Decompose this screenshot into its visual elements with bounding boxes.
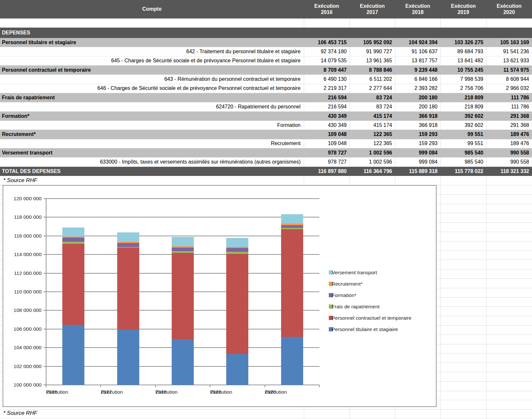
row-value-category[interactable]: 291 368 [486, 112, 532, 121]
row-value-category[interactable]: 105 952 092 [350, 38, 395, 47]
row-value-category[interactable]: 189 476 [486, 130, 532, 139]
row-label-detail[interactable]: Recrutement [0, 139, 304, 148]
column-header-2020[interactable]: Exécution2020 [486, 0, 532, 18]
row-label-detail[interactable]: 642 - Traitement du personnel titulaire … [0, 47, 304, 56]
row-value-category[interactable]: 216 594 [304, 93, 350, 102]
row-value-blank[interactable] [395, 18, 440, 28]
row-value-detail[interactable]: 200 180 [395, 102, 440, 111]
row-value-section[interactable] [350, 28, 395, 38]
row-value-detail[interactable]: 13 641 482 [440, 56, 486, 66]
row-label-category[interactable]: Versement transport [0, 148, 304, 157]
row-label-detail[interactable]: 643 - Rémunération du personnel contract… [0, 75, 304, 84]
row-value-detail[interactable]: 91 541 236 [486, 47, 532, 56]
row-value-category[interactable]: 99 551 [440, 130, 486, 139]
row-value-detail[interactable]: 1 002 596 [350, 157, 395, 166]
row-value-category[interactable]: 103 326 275 [440, 38, 486, 47]
row-value-detail[interactable]: 99 551 [440, 139, 486, 148]
row-value-total[interactable]: 116 364 796 [350, 167, 395, 176]
row-value-detail[interactable]: 291 368 [486, 121, 532, 130]
row-value-detail[interactable]: 8 608 944 [486, 75, 532, 84]
row-value-blank[interactable] [486, 18, 532, 28]
row-value-detail[interactable]: 91 990 727 [350, 47, 395, 56]
row-value-category[interactable]: 105 163 169 [486, 38, 532, 47]
row-value-blank[interactable] [350, 18, 395, 28]
row-value-category[interactable]: 366 918 [395, 112, 440, 121]
row-value-detail[interactable]: 89 684 793 [440, 47, 486, 56]
row-value-detail[interactable]: 999 084 [395, 157, 440, 166]
row-value-category[interactable]: 11 574 975 [486, 66, 532, 75]
column-header-2019[interactable]: Exécution2019 [440, 0, 486, 18]
row-label-category[interactable]: Formation* [0, 112, 304, 121]
row-value-detail[interactable]: 13 817 757 [395, 56, 440, 66]
row-value-detail[interactable]: 6 846 166 [395, 75, 440, 84]
column-header-2016[interactable]: Exécution2016 [304, 0, 350, 18]
row-value-total[interactable]: 116 897 880 [304, 167, 350, 176]
row-value-detail[interactable]: 111 786 [486, 102, 532, 111]
row-value-category[interactable]: 8 788 846 [350, 66, 395, 75]
row-value-detail[interactable]: 2 393 282 [395, 84, 440, 93]
row-value-category[interactable]: 978 727 [304, 148, 350, 157]
row-value-blank[interactable] [440, 18, 486, 28]
row-label-category[interactable]: Frais de rapatriement [0, 93, 304, 102]
row-value-category[interactable]: 83 724 [350, 93, 395, 102]
row-value-detail[interactable]: 109 048 [304, 139, 350, 148]
row-label-total[interactable]: TOTAL DES DEPENSES [0, 167, 304, 176]
row-value-category[interactable]: 111 786 [486, 93, 532, 102]
row-value-category[interactable]: 159 293 [395, 130, 440, 139]
row-value-detail[interactable]: 392 602 [440, 121, 486, 130]
row-value-section[interactable] [440, 28, 486, 38]
row-value-detail[interactable]: 978 727 [304, 157, 350, 166]
row-label-category[interactable]: Personnel titulaire et stagiaire [0, 38, 304, 47]
row-label-detail[interactable]: Formation [0, 121, 304, 130]
row-value-category[interactable]: 990 558 [486, 148, 532, 157]
row-value-detail[interactable]: 83 724 [350, 102, 395, 111]
row-value-detail[interactable]: 2 756 706 [440, 84, 486, 93]
row-value-category[interactable]: 200 180 [395, 93, 440, 102]
row-value-detail[interactable]: 2 966 032 [486, 84, 532, 93]
row-value-category[interactable]: 999 084 [395, 148, 440, 157]
row-value-category[interactable]: 1 002 596 [350, 148, 395, 157]
row-value-detail[interactable]: 990 558 [486, 157, 532, 166]
row-value-category[interactable]: 415 174 [350, 112, 395, 121]
row-value-category[interactable]: 106 453 715 [304, 38, 350, 47]
row-value-category[interactable]: 109 048 [304, 130, 350, 139]
row-label-blank[interactable] [0, 18, 304, 28]
row-value-detail[interactable]: 6 490 130 [304, 75, 350, 84]
row-value-detail[interactable]: 13 621 933 [486, 56, 532, 66]
row-label-category[interactable]: Personnel contractuel et temporaire [0, 66, 304, 75]
row-label-category[interactable]: Recrutement* [0, 130, 304, 139]
row-value-category[interactable]: 122 365 [350, 130, 395, 139]
row-value-section[interactable] [486, 28, 532, 38]
row-value-section[interactable] [304, 28, 350, 38]
row-value-detail[interactable]: 415 174 [350, 121, 395, 130]
row-value-detail[interactable]: 2 277 644 [350, 84, 395, 93]
row-value-category[interactable]: 8 709 447 [304, 66, 350, 75]
row-label-detail[interactable]: 624720 - Rapatriement du personnel [0, 102, 304, 111]
column-header-compte[interactable]: Compte [0, 0, 304, 18]
row-value-detail[interactable]: 189 476 [486, 139, 532, 148]
row-value-total[interactable]: 115 889 318 [395, 167, 440, 176]
row-value-category[interactable]: 218 809 [440, 93, 486, 102]
row-value-detail[interactable]: 366 918 [395, 121, 440, 130]
row-value-detail[interactable]: 6 511 202 [350, 75, 395, 84]
row-value-detail[interactable]: 13 961 365 [350, 56, 395, 66]
row-label-detail[interactable]: 633000 - Impôts, taxes et versements ass… [0, 157, 304, 166]
row-value-total[interactable]: 118 321 332 [486, 167, 532, 176]
row-value-category[interactable]: 430 349 [304, 112, 350, 121]
row-label-detail[interactable]: 645 - Charges de Sécurité sociale et de … [0, 56, 304, 66]
row-value-detail[interactable]: 216 594 [304, 102, 350, 111]
row-value-detail[interactable]: 92 374 180 [304, 47, 350, 56]
row-value-category[interactable]: 10 755 245 [440, 66, 486, 75]
row-value-detail[interactable]: 91 106 637 [395, 47, 440, 56]
row-value-detail[interactable]: 2 219 317 [304, 84, 350, 93]
row-value-detail[interactable]: 430 349 [304, 121, 350, 130]
column-header-2018[interactable]: Exécution2018 [395, 0, 440, 18]
row-value-detail[interactable]: 985 540 [440, 157, 486, 166]
row-value-category[interactable]: 392 602 [440, 112, 486, 121]
row-value-detail[interactable]: 122 365 [350, 139, 395, 148]
row-value-section[interactable] [395, 28, 440, 38]
row-value-detail[interactable]: 159 293 [395, 139, 440, 148]
row-value-category[interactable]: 9 239 448 [395, 66, 440, 75]
row-value-category[interactable]: 985 540 [440, 148, 486, 157]
row-value-detail[interactable]: 7 998 539 [440, 75, 486, 84]
